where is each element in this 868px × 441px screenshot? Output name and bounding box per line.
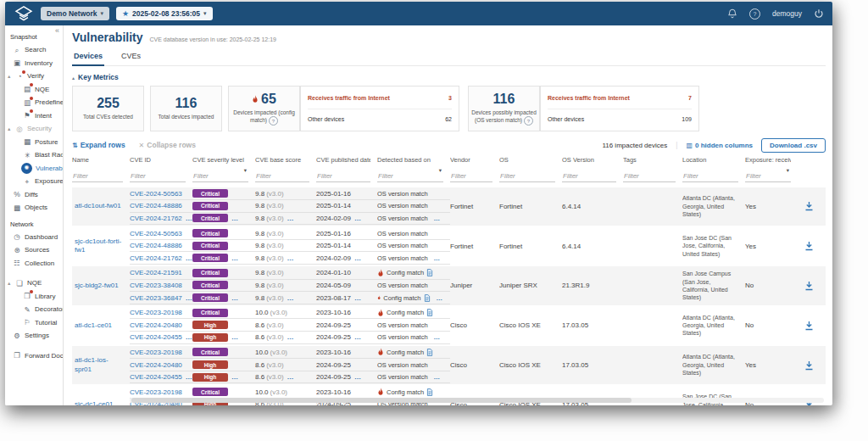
sidebar-item-decorators[interactable]: ✎Decorators (5, 303, 63, 316)
filter-input-cve-severity-level[interactable] (192, 172, 248, 182)
more-link[interactable]: … (186, 333, 192, 341)
more-link[interactable]: … (354, 373, 362, 381)
sidebar-item-exposure[interactable]: ⌖Exposure (5, 175, 63, 188)
sidebar-item-security[interactable]: ▲◎Security (5, 122, 63, 136)
expand-rows-button[interactable]: ⇅ Expand rows (72, 141, 125, 149)
more-link[interactable]: … (231, 373, 239, 381)
cve-link[interactable]: CVE-2024-21591 (130, 269, 182, 276)
cve-link[interactable]: CVE-2024-21762 (130, 254, 182, 262)
filter-input-exposure-receives-t[interactable] (745, 172, 791, 182)
download-device-report-icon[interactable] (804, 360, 814, 371)
device-name-link[interactable]: sjc-bldg2-fw01 (75, 282, 119, 290)
device-name-link[interactable]: atl-dc1out-fw01 (75, 202, 121, 210)
more-link[interactable]: … (287, 333, 295, 341)
more-link[interactable]: … (434, 215, 442, 222)
more-link[interactable]: … (287, 294, 295, 302)
more-link[interactable]: … (186, 215, 192, 222)
chevron-down-icon[interactable]: ▾ (244, 167, 247, 174)
horizontal-scrollbar-thumb[interactable] (131, 398, 632, 403)
more-link[interactable]: … (434, 373, 442, 381)
sidebar-item-vulnerability[interactable]: ✺Vulnerability (5, 162, 63, 176)
cve-link[interactable]: CVE-2024-48886 (130, 202, 182, 209)
download-device-report-icon[interactable] (804, 241, 814, 251)
cve-link[interactable]: CVE-2024-20455 (130, 373, 182, 381)
cve-link[interactable]: CVE-2024-50563 (130, 230, 182, 237)
snapshot-selector-button[interactable]: ★ 2025-02-08 23:56:05 ▾ (116, 7, 212, 20)
download-device-report-icon[interactable] (804, 321, 814, 331)
cve-link[interactable]: CVE-2024-50563 (130, 190, 182, 198)
sidebar-item-search[interactable]: ⌕Search (5, 43, 63, 57)
sidebar-item-dashboard[interactable]: ◷Dashboard (5, 231, 63, 244)
filter-input-cve-base-score[interactable] (255, 172, 309, 182)
sidebar-item-nqe[interactable]: ▲❏NQE (5, 276, 63, 290)
chevron-down-icon[interactable]: ▾ (787, 167, 789, 174)
cve-link[interactable]: CVE-2024-21762 (130, 215, 182, 222)
network-selector-button[interactable]: Demo Network ▾ (41, 7, 109, 20)
more-link[interactable]: … (231, 294, 239, 302)
cve-link[interactable]: CVE-2024-48886 (130, 242, 182, 249)
device-name-link[interactable]: sjc-dc1-ce01 (75, 400, 113, 405)
cve-link[interactable]: CVE-2023-20198 (130, 388, 182, 396)
more-link[interactable]: … (287, 373, 295, 381)
more-link[interactable]: … (186, 254, 192, 262)
more-link[interactable]: … (354, 294, 362, 302)
sidebar-item-diffs[interactable]: %Diffs (5, 188, 63, 202)
more-link[interactable]: … (287, 254, 295, 262)
filter-input-cve-published-date[interactable] (316, 172, 370, 182)
cve-link[interactable]: CVE-2023-36847 (130, 294, 182, 302)
more-link[interactable]: … (231, 333, 239, 341)
sidebar-item-posture[interactable]: ▦Posture (5, 136, 63, 149)
collapse-rows-button[interactable]: ✕ Collapse rows (139, 141, 196, 149)
sidebar-item-objects[interactable]: ▩Objects (5, 201, 63, 215)
filter-input-location[interactable] (682, 172, 738, 182)
filter-input-vendor[interactable] (450, 172, 492, 182)
hidden-columns-button[interactable]: ▥ 0 hidden columns (686, 142, 753, 149)
more-link[interactable]: … (354, 333, 362, 341)
device-name-link[interactable]: atl-dc1-ios-spr01 (75, 356, 123, 374)
sidebar-item-verify[interactable]: ▲◔Verify (5, 70, 63, 83)
help-icon[interactable]: ? (524, 116, 533, 126)
more-link[interactable]: … (231, 215, 239, 222)
sidebar-item-forward-docs[interactable]: ❐Forward Docs (5, 349, 63, 363)
sidebar-item-collection[interactable]: ☷Collection (5, 257, 63, 271)
more-link[interactable]: … (186, 294, 192, 302)
sidebar-item-inventory[interactable]: ▣Inventory (5, 57, 63, 70)
download-csv-button[interactable]: Download .csv (761, 138, 826, 153)
sidebar-item-intent[interactable]: ⚑Intent (5, 109, 63, 123)
device-name-link[interactable]: sjc-dc1out-forti-fw1 (75, 237, 123, 255)
logout-power-icon[interactable] (814, 8, 824, 19)
more-link[interactable]: … (434, 333, 442, 341)
cve-link[interactable]: CVE-2023-38408 (130, 282, 182, 289)
sidebar-item-sources[interactable]: ⊛Sources (5, 243, 63, 257)
filter-input-cve-id[interactable] (130, 172, 186, 182)
cve-link[interactable]: CVE-2024-20480 (130, 321, 182, 329)
download-device-report-icon[interactable] (804, 281, 814, 291)
sidebar-item-tutorial[interactable]: ⚐Tutorial (5, 316, 63, 330)
more-link[interactable]: … (287, 215, 295, 222)
sidebar-item-nqe[interactable]: ▤NQE (5, 83, 63, 97)
more-link[interactable]: … (354, 254, 362, 262)
more-link[interactable]: … (437, 294, 444, 302)
tab-devices[interactable]: Devices (72, 49, 104, 66)
cve-link[interactable]: CVE-2024-20480 (130, 361, 182, 369)
filter-input-name[interactable] (72, 172, 123, 182)
filter-input-tags[interactable] (623, 172, 676, 182)
filter-input-os-version[interactable] (562, 172, 616, 182)
cve-link[interactable]: CVE-2024-20455 (130, 333, 182, 341)
device-name-link[interactable]: atl-dc1-ce01 (75, 321, 112, 330)
notifications-bell-icon[interactable] (727, 8, 737, 19)
tab-cves[interactable]: CVEs (120, 49, 142, 65)
sidebar-item-blast-radius[interactable]: ✳Blast Radius (5, 148, 63, 162)
help-icon[interactable]: ? (269, 116, 278, 126)
download-device-report-icon[interactable] (804, 201, 814, 211)
filter-input-os[interactable] (499, 172, 555, 182)
key-metrics-header[interactable]: ▴ Key Metrics (72, 73, 826, 81)
more-link[interactable]: … (231, 254, 239, 262)
sidebar-item-settings[interactable]: ⚙Settings (5, 329, 63, 343)
chevron-down-icon[interactable]: ▾ (439, 167, 442, 174)
cve-link[interactable]: CVE-2023-20198 (130, 349, 182, 356)
more-link[interactable]: … (354, 215, 362, 222)
sidebar-item-library[interactable]: ❒Library (5, 290, 63, 304)
more-link[interactable]: … (186, 373, 192, 381)
sidebar-collapse-icon[interactable]: « (55, 26, 59, 35)
